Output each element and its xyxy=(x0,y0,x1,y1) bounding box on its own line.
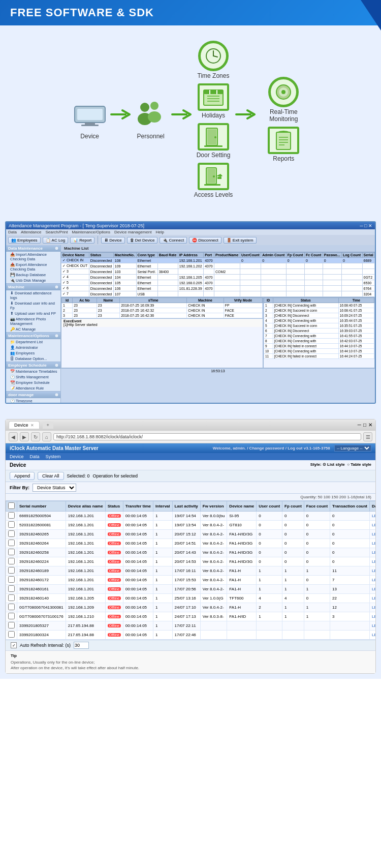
browser-minimize-btn[interactable]: ─ xyxy=(358,422,361,428)
sidebar-timetable[interactable]: 📅 Maintenance Timetables xyxy=(6,369,60,374)
sidebar-shifts[interactable]: 🕐 Shifts Management xyxy=(6,374,60,380)
home-btn[interactable]: ⌂ xyxy=(42,432,51,441)
sidebar-admin[interactable]: 👤 Administrator xyxy=(6,345,60,350)
row-checkbox[interactable] xyxy=(8,585,15,592)
language-select[interactable]: -- Language -- xyxy=(334,445,371,452)
sidebar-data-header[interactable]: Data Maintenance⊗ xyxy=(6,245,60,252)
tab-close-icon[interactable]: ✕ xyxy=(30,423,34,428)
menu-maintenance[interactable]: Maintenance/Options xyxy=(72,230,110,234)
menu-help[interactable]: Help xyxy=(155,230,164,234)
settings-btn[interactable]: ☰ xyxy=(363,432,372,441)
device-row[interactable]: 3399201805327217.65.194.88 Offline 00:00… xyxy=(6,621,376,631)
address-bar[interactable]: http://192.168.1.88:8082/iclock/data/icl… xyxy=(53,433,361,440)
row-checkbox[interactable] xyxy=(8,558,15,564)
nav-device[interactable]: Device xyxy=(10,454,24,459)
row-checkbox[interactable] xyxy=(8,613,15,619)
device-row[interactable]: 3929182460172192.168.1.201 Offline 00:00… xyxy=(6,576,376,585)
refresh-interval-input[interactable] xyxy=(74,642,89,649)
sidebar-timezone[interactable]: 🕐 Timezone xyxy=(6,398,60,403)
browser-tab-device[interactable]: Device ✕ xyxy=(9,421,40,429)
browser-close-btn[interactable]: ✕ xyxy=(368,422,372,428)
table-row[interactable]: ✓ 4Disconnected104Ethernet192.168.1.2054… xyxy=(61,275,375,280)
sidebar-db[interactable]: 🗄 Database Option... xyxy=(6,356,60,362)
row-checkbox[interactable] xyxy=(8,540,15,546)
append-btn[interactable]: Append xyxy=(10,472,35,480)
connect-btn[interactable]: 🔌 Connect xyxy=(160,237,187,244)
table-row[interactable]: ✓ 7Disconnected107USB3204 xyxy=(61,291,375,297)
row-checkbox[interactable] xyxy=(8,521,15,528)
row-checkbox[interactable] xyxy=(8,631,15,638)
sidebar-employees[interactable]: 👥 Employees xyxy=(6,350,60,356)
device-row[interactable]: 3929182460265192.168.1.201 Offline 00:00… xyxy=(6,530,376,539)
table-row[interactable]: ✓ CHECK INDisconnected108Ethernet192.168… xyxy=(61,258,375,263)
select-all-checkbox[interactable] xyxy=(8,502,15,509)
browser-maximize-btn[interactable]: □ xyxy=(363,422,366,428)
sidebar-export[interactable]: 📤 Export Attendance Checking Data xyxy=(6,262,60,272)
sidebar-download-logs[interactable]: ⬇ Download attendance logs xyxy=(6,290,60,301)
del-device-btn[interactable]: 🗑 Del Device xyxy=(127,237,158,244)
sidebar-attendance-rule[interactable]: 📝 Attendance Rule xyxy=(6,385,60,391)
table-row[interactable]: ✓ CHECK OUTDisconnected109Ethernet192.16… xyxy=(61,263,375,269)
table-row[interactable]: ✓ 5Disconnected105Ethernet192.168.0.2054… xyxy=(61,280,375,286)
sidebar-maint-header[interactable]: Maintenance/Options⊗ xyxy=(6,333,60,339)
sidebar-schedule-header[interactable]: Employee Schedule⊗ xyxy=(6,362,60,369)
device-row[interactable]: 0GT7080067073100176192.168.1.210 Offline… xyxy=(6,612,376,621)
sidebar-door-header[interactable]: door manage⊗ xyxy=(6,392,60,398)
employees-btn[interactable]: 👥 Employees xyxy=(8,237,41,244)
device-row[interactable]: 3929182460140192.168.1.205 Offline 00:00… xyxy=(6,594,376,603)
svg-rect-3 xyxy=(81,125,99,126)
log-row[interactable]: 323232018-07-25 16:42:36CHECK INFACE xyxy=(62,313,263,318)
exit-btn[interactable]: 🚪 Exit system xyxy=(224,237,257,244)
device-row[interactable]: 3929182460161192.168.1.201 Offline 00:00… xyxy=(6,585,376,594)
menu-device[interactable]: Device management xyxy=(114,230,151,234)
clear-all-btn[interactable]: Clear All xyxy=(38,472,64,480)
sidebar-backup[interactable]: 💾 Backup Database xyxy=(6,272,60,278)
filter-select[interactable]: Device Status xyxy=(33,484,76,492)
row-checkbox[interactable] xyxy=(8,604,15,610)
menu-data[interactable]: Data xyxy=(8,230,17,234)
table-row[interactable]: ✓ 3Disconnected103Serial Port/.38400COM2 xyxy=(61,269,375,275)
row-checkbox[interactable] xyxy=(8,549,15,555)
log-row[interactable]: 223232018-07-25 16:42:32CHECK INFACE xyxy=(62,308,263,313)
nav-data[interactable]: Data xyxy=(30,454,40,459)
device-row[interactable]: 3399201800324217.65.194.88 Offline 00:00… xyxy=(6,631,376,640)
disconnect-btn[interactable]: ⛔ Disconnect xyxy=(189,237,221,244)
row-checkbox[interactable] xyxy=(8,576,15,583)
report-btn[interactable]: 📊 Report xyxy=(70,237,94,244)
sidebar-photo[interactable]: 📷 Attendance Photo Management xyxy=(6,316,60,326)
device-btn[interactable]: 🖥 Device xyxy=(101,237,124,244)
row-checkbox[interactable] xyxy=(8,594,15,601)
door-label: Door Setting xyxy=(197,152,231,159)
device-row[interactable]: 66691825000504192.168.1.201 Offline 00:0… xyxy=(6,512,376,521)
row-checkbox[interactable] xyxy=(8,567,15,574)
menu-search[interactable]: Search/Print xyxy=(45,230,68,234)
back-btn[interactable]: ◀ xyxy=(9,432,18,441)
device-row[interactable]: 3929182460189192.168.1.201 Offline 00:00… xyxy=(6,566,376,576)
device-row[interactable]: 52031822600081192.168.1.201 Offline 00:0… xyxy=(6,521,376,530)
row-checkbox[interactable] xyxy=(8,530,15,537)
row-checkbox[interactable] xyxy=(8,622,15,628)
refresh-btn[interactable]: ↻ xyxy=(31,432,40,441)
browser-tab-new[interactable]: + xyxy=(43,422,53,429)
auto-refresh-checkbox[interactable]: ✓ xyxy=(11,642,17,648)
device-row[interactable]: 3929182460264192.168.1.201 Offline 00:00… xyxy=(6,539,376,548)
sidebar-ac[interactable]: 🔑 AC Manage xyxy=(6,326,60,332)
menu-attendance[interactable]: Attendance xyxy=(21,230,41,234)
nav-system[interactable]: System xyxy=(46,454,61,459)
aclog-btn[interactable]: 📋 AC Log xyxy=(43,237,69,244)
device-row[interactable]: 3929182460224192.168.1.201 Offline 00:00… xyxy=(6,557,376,566)
log-row[interactable]: 123232018-07-25 16:09:39CHECK INFP xyxy=(62,303,263,308)
sidebar-machine-header[interactable]: Machine⊗ xyxy=(6,284,60,290)
sidebar-upload-user[interactable]: ⬆ Upload user info and FP xyxy=(6,311,60,316)
row-checkbox[interactable] xyxy=(8,512,15,519)
device-row[interactable]: 3929182460258192.168.1.201 Offline 00:00… xyxy=(6,548,376,557)
status-row: 5[CHECK IN] Succeed in conn16:35:51 07-2… xyxy=(264,323,374,328)
device-row[interactable]: 0GT7080067041300081192.168.1.209 Offline… xyxy=(6,603,376,612)
sidebar-usb[interactable]: 🔌 Usb Disk Manage xyxy=(6,278,60,283)
table-row[interactable]: ✓ 6Disconnected106Ethernet101.81.228.394… xyxy=(61,286,375,291)
forward-btn[interactable]: ▶ xyxy=(20,432,29,441)
sidebar-dept[interactable]: 📁 Department List xyxy=(6,339,60,345)
sidebar-download-user[interactable]: ⬇ Download user info and Fp xyxy=(6,301,60,311)
sidebar-import[interactable]: 📥 Import Attendance Checking Data xyxy=(6,252,60,262)
sidebar-emp-sched[interactable]: 📆 Employee Schedule xyxy=(6,380,60,385)
